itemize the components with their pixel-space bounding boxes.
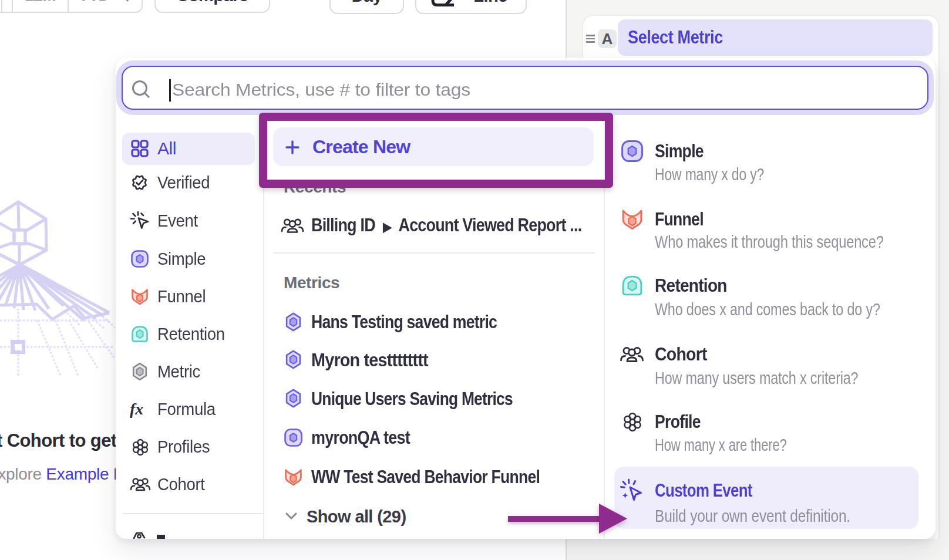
svg-text:fx: fx <box>130 400 143 418</box>
